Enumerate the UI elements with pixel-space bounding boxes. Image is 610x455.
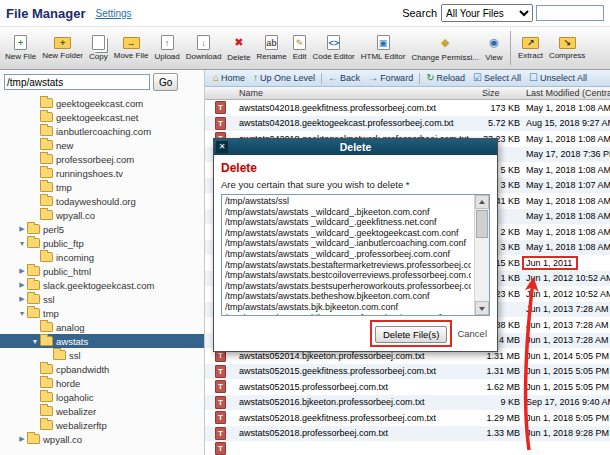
toolbar-extract-button[interactable]: ↗Extract [515, 37, 546, 60]
file-icon-cell: T [205, 411, 239, 424]
close-icon[interactable]: ✕ [216, 141, 228, 153]
table-row[interactable]: Tawstats052015.geekfitness.professorbeej… [205, 364, 610, 380]
file-icon-cell: T [205, 365, 239, 378]
table-row[interactable]: Tawstats052015.professorbeej.com.txt1.62… [205, 379, 610, 395]
toolbar-copy-button[interactable]: Copy [86, 35, 111, 61]
table-row[interactable]: Tawstats042018.geekfitness.professorbeej… [205, 100, 610, 116]
table-header: Name Size Last Modified (Central S [205, 87, 610, 100]
file-name: awstats052014.bjkeeton.professorbeej.com… [239, 351, 480, 361]
toolbar-item-label: Code Editor [313, 52, 355, 61]
tree-item-perl5[interactable]: ▶perl5 [0, 222, 204, 236]
dialog-body: Delete Are you certain that sure you wis… [214, 155, 497, 351]
filebar-up-one-level-button[interactable]: ↑Up One Level [249, 73, 319, 83]
tree-item-new[interactable]: new [0, 138, 204, 152]
tree-item-webalizer[interactable]: webalizer [0, 404, 204, 418]
filebar-home-button[interactable]: ⌂Home [209, 73, 249, 83]
file-last-modified: May 1, 2018 1:08 AM [522, 103, 610, 113]
settings-link[interactable]: Settings [95, 8, 131, 19]
tree-item-wpyall-co[interactable]: ▶wpyall.co [0, 432, 204, 446]
search-scope-select[interactable]: All Your Files [441, 4, 533, 22]
folder-icon [40, 392, 53, 402]
chevron-right-icon[interactable]: ▶ [17, 225, 27, 233]
toolbar-delete-button[interactable]: ✖Delete [224, 35, 253, 62]
file-last-modified: Aug 15, 2018 9:27 AM [522, 118, 610, 128]
filebar-item-label: Forward [380, 73, 413, 83]
path-input[interactable] [4, 74, 150, 90]
scroll-up-icon[interactable] [475, 195, 489, 209]
chevron-right-icon[interactable]: ▶ [17, 295, 27, 303]
tree-item-logaholic[interactable]: logaholic [0, 390, 204, 404]
dialog-titlebar: ✕ Delete [214, 139, 497, 155]
tree-item-slack-geektogeekcast-com[interactable]: ▶slack.geektogeekcast.com [0, 278, 204, 292]
chevron-right-icon[interactable]: ▶ [17, 435, 27, 443]
tree-item-public-ftp[interactable]: ▼public_ftp [0, 236, 204, 250]
search-input[interactable] [536, 5, 604, 21]
column-name[interactable]: Name [239, 88, 480, 98]
folder-tree: geektogeekcast.comgeektogeekcast.netianb… [0, 94, 204, 446]
filebar-unselect-all-button[interactable]: ☐Unselect All [525, 73, 591, 83]
table-row[interactable]: Tawstats052018.geekfitness.professorbeej… [205, 410, 610, 426]
scroll-down-icon[interactable] [475, 301, 489, 315]
cancel-button[interactable]: Cancel [457, 328, 487, 339]
toolbar-rename-button[interactable]: abRename [253, 35, 289, 61]
tree-item-public-html[interactable]: ▶public_html [0, 264, 204, 278]
change-permissions-icon: ◆ [436, 35, 454, 51]
toolbar-upload-button[interactable]: ↑Upload [151, 35, 182, 61]
tree-item-webalizerftp[interactable]: webalizerftp [0, 418, 204, 432]
folder-icon [40, 378, 53, 388]
dialog-title: Delete [340, 141, 372, 153]
file-last-modified: May 1, 2018 1:08 AM [522, 211, 610, 221]
column-size[interactable]: Size [480, 88, 522, 98]
tree-item-ianbutlercoaching-com[interactable]: ianbutlercoaching.com [0, 124, 204, 138]
tree-item-awstats[interactable]: ▼awstats [0, 334, 204, 348]
chevron-right-icon[interactable]: ▶ [17, 281, 27, 289]
chevron-down-icon[interactable]: ▼ [17, 310, 27, 317]
tree-item-horde[interactable]: horde [0, 376, 204, 390]
tree-item-todayweshould-org[interactable]: todayweshould.org [0, 194, 204, 208]
tree-item-runningshoes-tv[interactable]: runningshoes.tv [0, 166, 204, 180]
toolbar-code-editor-button[interactable]: <>Code Editor [310, 35, 358, 61]
chevron-down-icon[interactable]: ▼ [17, 240, 27, 247]
toolbar-new-folder-button[interactable]: +New Folder [39, 37, 86, 60]
tree-item-geektogeekcast-com[interactable]: geektogeekcast.com [0, 96, 204, 110]
table-row[interactable]: Tawstats052016.bjkeeton.professorbeej.co… [205, 395, 610, 411]
tree-item-ssl[interactable]: ▶ssl [0, 292, 204, 306]
tree-item-label: ssl [43, 294, 55, 305]
table-row[interactable]: T [205, 441, 610, 455]
toolbar-compress-button[interactable]: ↘Compress [546, 37, 588, 60]
delete-files-button[interactable]: Delete File(s) [375, 326, 448, 343]
file-list-scrollbar[interactable] [474, 195, 489, 315]
toolbar-separator [510, 31, 511, 65]
toolbar-move-file-button[interactable]: →Move File [111, 37, 152, 60]
toolbar-new-file-button[interactable]: +New File [2, 35, 39, 61]
tree-item-professorbeej-com[interactable]: professorbeej.com [0, 152, 204, 166]
highlighted-last-modified: Jun 1, 2011 [522, 258, 610, 268]
tree-item-ssl[interactable]: ssl [0, 348, 204, 362]
tree-item-tmp[interactable]: tmp [0, 180, 204, 194]
toolbar-view-button[interactable]: ◉View [482, 35, 506, 62]
table-row[interactable]: Tawstats052018.professorbeej.com.txt1.33… [205, 426, 610, 442]
tree-item-incoming[interactable]: incoming [0, 250, 204, 264]
forward-icon: → [368, 73, 378, 83]
tree-item-cpbandwidth[interactable]: cpbandwidth [0, 362, 204, 376]
filebar-back-button[interactable]: ←Back [324, 73, 364, 83]
filebar-forward-button[interactable]: →Forward [364, 73, 417, 83]
toolbar-change-permissi-button[interactable]: ◆Change Permissi... [408, 35, 482, 62]
tree-item-geektogeekcast-net[interactable]: geektogeekcast.net [0, 110, 204, 124]
column-last-modified[interactable]: Last Modified (Central S [522, 88, 610, 98]
toolbar-download-button[interactable]: ↓Download [183, 35, 225, 61]
filebar-reload-button[interactable]: ↻Reload [422, 73, 469, 83]
tree-item-tmp[interactable]: ▼tmp [0, 306, 204, 320]
tree-item-wpyall-co[interactable]: wpyall.co [0, 208, 204, 222]
folder-icon [40, 252, 53, 262]
file-last-modified: May 17, 2018 7:36 PM [522, 149, 610, 159]
scrollbar-thumb[interactable] [476, 210, 488, 238]
toolbar-edit-button[interactable]: ✎Edit [290, 35, 310, 61]
chevron-down-icon[interactable]: ▼ [30, 338, 40, 345]
tree-item-analog[interactable]: analog [0, 320, 204, 334]
filebar-select-all-button[interactable]: ☑Select All [469, 73, 525, 83]
toolbar-html-editor-button[interactable]: ▣HTML Editor [358, 35, 409, 61]
go-button[interactable]: Go [153, 73, 178, 91]
table-row[interactable]: Tawstats042018.geektogeekcast.professorb… [205, 116, 610, 132]
chevron-right-icon[interactable]: ▶ [17, 267, 27, 275]
